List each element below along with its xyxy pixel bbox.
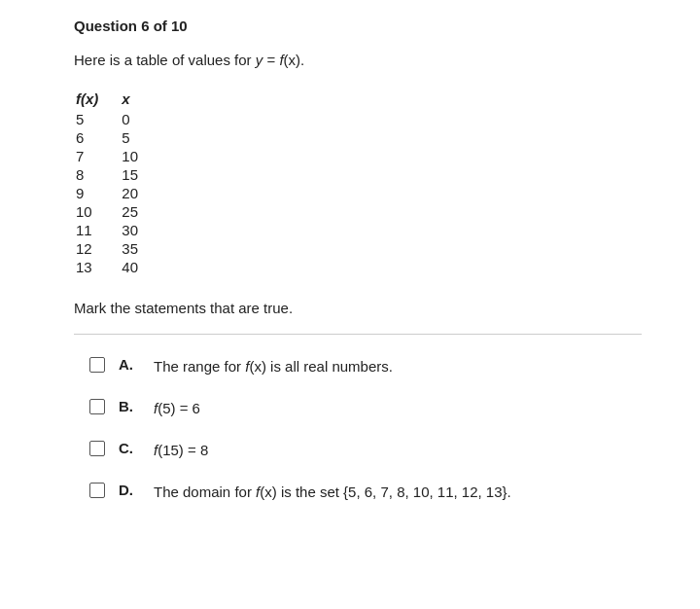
question-header: Question 6 of 10	[74, 18, 642, 34]
intro-text: Here is a table of values for y = f(x).	[74, 52, 642, 68]
cell-fx: 12	[76, 239, 122, 258]
option-row-d: D. The domain for f(x) is the set {5, 6,…	[89, 482, 642, 502]
cell-x: 35	[122, 239, 161, 258]
cell-x: 5	[122, 128, 161, 147]
checkbox-b[interactable]	[89, 399, 105, 414]
option-text-d: The domain for f(x) is the set {5, 6, 7,…	[154, 482, 511, 502]
table-row: 920	[76, 184, 161, 202]
option-row-b: B. f(5) = 6	[89, 398, 642, 418]
table-row: 1235	[76, 239, 161, 258]
table-row: 65	[76, 128, 161, 147]
cell-x: 20	[122, 184, 161, 202]
intro-eq-paren: (x).	[284, 52, 305, 68]
cell-fx: 8	[76, 165, 122, 184]
table-row: 1340	[76, 258, 161, 276]
cell-x: 10	[122, 147, 161, 165]
table-row: 50	[76, 110, 161, 128]
cell-fx: 5	[76, 110, 122, 128]
values-table: f(x) x 50657108159201025113012351340	[76, 90, 161, 276]
checkbox-c[interactable]	[89, 441, 105, 456]
intro-eq-equals: =	[262, 52, 279, 68]
cell-x: 0	[122, 110, 161, 128]
cell-x: 40	[122, 258, 161, 276]
option-text-b: f(5) = 6	[154, 398, 200, 418]
cell-x: 30	[122, 221, 161, 239]
values-table-section: f(x) x 50657108159201025113012351340	[74, 90, 642, 276]
option-label-d: D.	[119, 482, 140, 498]
intro-text-prefix: Here is a table of values for	[74, 52, 256, 68]
options-section: A. The range for f(x) is all real number…	[74, 356, 642, 502]
option-label-a: A.	[119, 356, 140, 373]
table-row: 1025	[76, 202, 161, 221]
table-row: 710	[76, 147, 161, 165]
instruction-text: Mark the statements that are true.	[74, 300, 642, 316]
cell-fx: 7	[76, 147, 122, 165]
cell-fx: 13	[76, 258, 122, 276]
col-fx-header: f(x)	[76, 90, 122, 110]
cell-fx: 10	[76, 202, 122, 221]
option-label-c: C.	[119, 440, 140, 456]
option-text-a: The range for f(x) is all real numbers.	[154, 356, 393, 376]
section-divider	[74, 334, 642, 335]
cell-fx: 6	[76, 128, 122, 147]
option-label-b: B.	[119, 398, 140, 414]
cell-x: 25	[122, 202, 161, 221]
checkbox-d[interactable]	[89, 483, 105, 498]
cell-fx: 9	[76, 184, 122, 202]
option-text-c: f(15) = 8	[154, 440, 208, 460]
col-x-header: x	[122, 90, 161, 110]
checkbox-a[interactable]	[89, 357, 105, 373]
option-row-c: C. f(15) = 8	[89, 440, 642, 460]
table-row: 1130	[76, 221, 161, 239]
cell-x: 15	[122, 165, 161, 184]
option-row-a: A. The range for f(x) is all real number…	[89, 356, 642, 376]
cell-fx: 11	[76, 221, 122, 239]
table-row: 815	[76, 165, 161, 184]
